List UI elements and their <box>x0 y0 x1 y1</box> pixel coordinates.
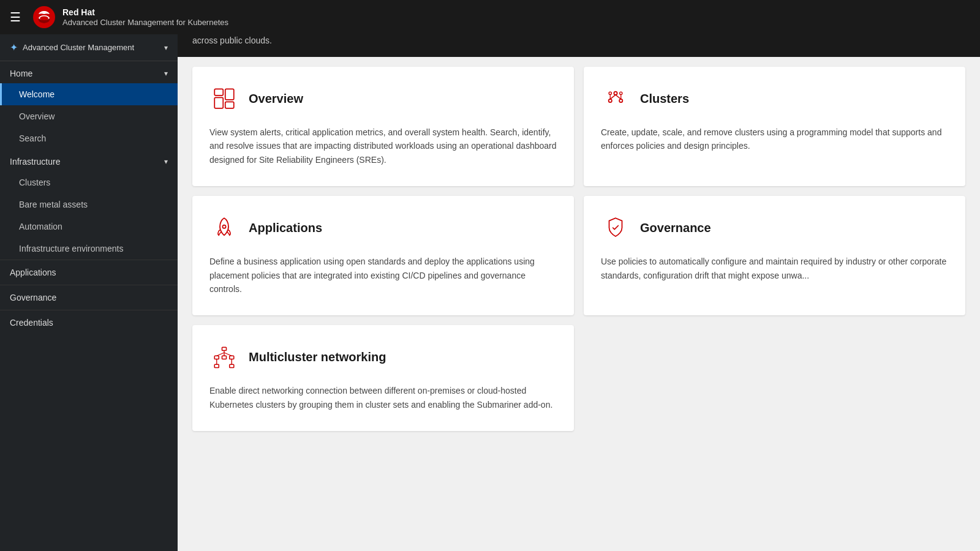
svg-rect-3 <box>214 89 223 96</box>
clusters-icon <box>601 84 630 113</box>
svg-point-9 <box>619 99 622 102</box>
top-banner-text: across public clouds. <box>192 36 272 45</box>
card-networking-title: Multicluster networking <box>249 350 386 364</box>
topbar-brand: Red Hat <box>62 7 228 18</box>
svg-point-11 <box>620 92 622 94</box>
svg-rect-21 <box>214 365 219 368</box>
layout: ✦ Advanced Cluster Management ▾ Home ▾ W… <box>0 34 980 551</box>
svg-point-16 <box>222 225 225 228</box>
sidebar-item-welcome[interactable]: Welcome <box>0 83 178 105</box>
card-applications-title: Applications <box>249 221 322 235</box>
svg-line-12 <box>610 95 616 99</box>
card-governance-header: Governance <box>601 213 948 242</box>
overview-icon <box>209 84 239 113</box>
sidebar: ✦ Advanced Cluster Management ▾ Home ▾ W… <box>0 34 178 551</box>
svg-point-8 <box>609 99 612 102</box>
sidebar-category-governance[interactable]: Governance <box>0 285 178 310</box>
card-overview-description: View system alerts, critical application… <box>209 126 557 167</box>
sidebar-infrastructure-section: Infrastructure ▾ Clusters Bare metal ass… <box>0 149 178 260</box>
card-clusters-header: Clusters <box>601 84 948 113</box>
sidebar-home-title: Home <box>10 69 32 78</box>
infrastructure-chevron-icon: ▾ <box>164 157 168 166</box>
sidebar-item-infra-env[interactable]: Infrastructure environments <box>0 238 178 260</box>
svg-point-10 <box>609 92 611 94</box>
sidebar-category-credentials[interactable]: Credentials <box>0 310 178 335</box>
svg-rect-6 <box>225 102 234 108</box>
sidebar-infrastructure-title: Infrastructure <box>10 157 60 167</box>
cluster-dropdown-icon[interactable]: ▾ <box>164 43 168 52</box>
card-governance[interactable]: Governance Use policies to automatically… <box>584 196 965 315</box>
home-chevron-icon: ▾ <box>164 69 168 78</box>
card-networking-description: Enable direct networking connection betw… <box>209 384 557 411</box>
sidebar-category-governance-label: Governance <box>10 293 56 302</box>
card-multicluster-networking[interactable]: Multicluster networking Enable direct ne… <box>192 325 574 431</box>
sidebar-category-credentials-label: Credentials <box>10 318 53 328</box>
sidebar-home-section: Home ▾ Welcome Overview Search <box>0 61 178 149</box>
sidebar-item-overview[interactable]: Overview <box>0 105 178 127</box>
hamburger-button[interactable]: ☰ <box>10 10 21 24</box>
card-networking-header: Multicluster networking <box>209 342 557 372</box>
sidebar-item-bare-metal[interactable]: Bare metal assets <box>0 193 178 216</box>
logo-area <box>33 6 55 28</box>
cluster-icon: ✦ <box>10 42 18 53</box>
topbar-subtitle: Advanced Cluster Management for Kubernet… <box>62 18 228 28</box>
sidebar-item-clusters[interactable]: Clusters <box>0 171 178 193</box>
redhat-logo-icon <box>33 6 55 28</box>
card-clusters[interactable]: Clusters Create, update, scale, and remo… <box>584 67 965 186</box>
card-clusters-title: Clusters <box>640 92 689 106</box>
card-governance-description: Use policies to automatically configure … <box>601 255 948 282</box>
svg-line-13 <box>616 95 621 99</box>
card-overview-title: Overview <box>249 92 303 106</box>
svg-rect-4 <box>214 97 223 108</box>
card-overview[interactable]: Overview View system alerts, critical ap… <box>192 67 574 186</box>
card-governance-title: Governance <box>640 221 711 235</box>
svg-rect-18 <box>214 356 219 359</box>
topbar: ☰ Red Hat Advanced Cluster Management fo… <box>0 0 980 34</box>
cards-area: Overview View system alerts, critical ap… <box>178 57 980 441</box>
svg-rect-22 <box>230 365 234 368</box>
card-clusters-description: Create, update, scale, and remove cluste… <box>601 126 948 153</box>
cluster-selector[interactable]: ✦ Advanced Cluster Management ▾ <box>0 34 178 61</box>
card-applications[interactable]: Applications Define a business applicati… <box>192 196 574 315</box>
cluster-selector-label: Advanced Cluster Management <box>23 43 159 52</box>
svg-rect-19 <box>222 356 227 359</box>
networking-icon <box>209 342 239 372</box>
svg-point-7 <box>614 92 617 95</box>
card-applications-header: Applications <box>209 213 557 242</box>
svg-rect-17 <box>222 348 227 351</box>
svg-rect-5 <box>225 89 234 100</box>
applications-icon <box>209 213 239 242</box>
topbar-title-block: Red Hat Advanced Cluster Management for … <box>62 7 228 27</box>
card-overview-header: Overview <box>209 84 557 113</box>
sidebar-category-applications[interactable]: Applications <box>0 260 178 285</box>
top-banner: across public clouds. <box>178 34 980 57</box>
main-content: across public clouds. Overview <box>178 34 980 551</box>
governance-icon <box>601 213 630 242</box>
sidebar-infrastructure-header[interactable]: Infrastructure ▾ <box>0 149 178 171</box>
svg-rect-20 <box>230 356 234 359</box>
sidebar-home-header[interactable]: Home ▾ <box>0 61 178 83</box>
sidebar-item-search[interactable]: Search <box>0 127 178 149</box>
card-applications-description: Define a business application using open… <box>209 255 557 296</box>
sidebar-item-automation[interactable]: Automation <box>0 216 178 238</box>
sidebar-category-applications-label: Applications <box>10 268 56 277</box>
